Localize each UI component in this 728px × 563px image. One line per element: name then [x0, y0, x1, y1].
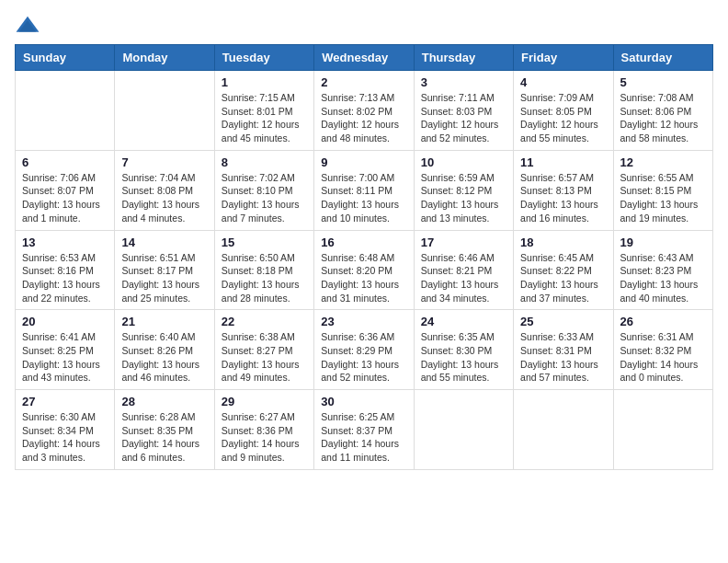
calendar-cell: 30Sunrise: 6:25 AMSunset: 8:37 PMDayligh…	[314, 390, 414, 470]
day-number: 23	[321, 315, 406, 328]
day-number: 27	[22, 395, 108, 408]
column-header-friday: Friday	[514, 45, 613, 71]
day-info: Sunrise: 7:04 AMSunset: 8:08 PMDaylight:…	[121, 171, 207, 225]
day-info: Sunrise: 7:13 AMSunset: 8:02 PMDaylight:…	[321, 91, 406, 145]
day-number: 14	[121, 236, 207, 249]
column-header-tuesday: Tuesday	[214, 45, 313, 71]
day-number: 1	[222, 75, 307, 89]
day-info: Sunrise: 7:02 AMSunset: 8:10 PMDaylight:…	[222, 171, 307, 225]
calendar-week-row: 13Sunrise: 6:53 AMSunset: 8:16 PMDayligh…	[16, 230, 713, 310]
calendar-cell: 29Sunrise: 6:27 AMSunset: 8:36 PMDayligh…	[214, 390, 313, 470]
day-info: Sunrise: 6:45 AMSunset: 8:22 PMDaylight:…	[520, 251, 606, 305]
calendar-cell: 1Sunrise: 7:15 AMSunset: 8:01 PMDaylight…	[214, 71, 313, 151]
day-info: Sunrise: 7:06 AMSunset: 8:07 PMDaylight:…	[22, 171, 108, 225]
day-number: 10	[421, 155, 506, 169]
column-header-monday: Monday	[115, 45, 214, 71]
day-info: Sunrise: 6:38 AMSunset: 8:27 PMDaylight:…	[222, 330, 307, 385]
day-number: 9	[321, 155, 406, 169]
day-number: 7	[121, 155, 207, 169]
day-info: Sunrise: 6:48 AMSunset: 8:20 PMDaylight:…	[321, 251, 406, 305]
day-info: Sunrise: 6:46 AMSunset: 8:21 PMDaylight:…	[421, 251, 506, 305]
calendar-cell: 12Sunrise: 6:55 AMSunset: 8:15 PMDayligh…	[613, 150, 712, 230]
calendar-cell	[115, 71, 214, 151]
calendar-cell: 2Sunrise: 7:13 AMSunset: 8:02 PMDaylight…	[314, 71, 414, 151]
day-number: 4	[520, 75, 606, 89]
day-number: 30	[321, 395, 406, 408]
calendar-week-row: 27Sunrise: 6:30 AMSunset: 8:34 PMDayligh…	[16, 390, 713, 470]
calendar-cell: 8Sunrise: 7:02 AMSunset: 8:10 PMDaylight…	[214, 150, 313, 230]
day-number: 6	[22, 155, 108, 169]
day-info: Sunrise: 6:25 AMSunset: 8:37 PMDaylight:…	[321, 410, 406, 465]
day-info: Sunrise: 6:36 AMSunset: 8:29 PMDaylight:…	[321, 330, 406, 385]
calendar-cell: 11Sunrise: 6:57 AMSunset: 8:13 PMDayligh…	[514, 150, 613, 230]
day-info: Sunrise: 6:31 AMSunset: 8:32 PMDaylight:…	[620, 330, 706, 385]
calendar-cell: 23Sunrise: 6:36 AMSunset: 8:29 PMDayligh…	[314, 310, 414, 390]
day-info: Sunrise: 7:09 AMSunset: 8:05 PMDaylight:…	[520, 91, 606, 145]
calendar-table: SundayMondayTuesdayWednesdayThursdayFrid…	[15, 44, 713, 470]
day-number: 12	[620, 155, 706, 169]
calendar-cell: 17Sunrise: 6:46 AMSunset: 8:21 PMDayligh…	[414, 230, 513, 310]
column-header-thursday: Thursday	[414, 45, 513, 71]
day-number: 29	[222, 395, 307, 408]
calendar-cell	[16, 71, 115, 151]
calendar-cell: 13Sunrise: 6:53 AMSunset: 8:16 PMDayligh…	[16, 230, 115, 310]
day-info: Sunrise: 6:57 AMSunset: 8:13 PMDaylight:…	[520, 171, 606, 225]
day-number: 8	[222, 155, 307, 169]
calendar-cell: 16Sunrise: 6:48 AMSunset: 8:20 PMDayligh…	[314, 230, 414, 310]
day-number: 25	[520, 315, 606, 328]
column-header-wednesday: Wednesday	[314, 45, 414, 71]
day-info: Sunrise: 7:00 AMSunset: 8:11 PMDaylight:…	[321, 171, 406, 225]
day-info: Sunrise: 6:33 AMSunset: 8:31 PMDaylight:…	[520, 330, 606, 385]
calendar-cell: 26Sunrise: 6:31 AMSunset: 8:32 PMDayligh…	[613, 310, 712, 390]
calendar-cell: 14Sunrise: 6:51 AMSunset: 8:17 PMDayligh…	[115, 230, 214, 310]
calendar-cell	[514, 390, 613, 470]
day-info: Sunrise: 7:15 AMSunset: 8:01 PMDaylight:…	[222, 91, 307, 145]
calendar-cell: 18Sunrise: 6:45 AMSunset: 8:22 PMDayligh…	[514, 230, 613, 310]
day-info: Sunrise: 6:50 AMSunset: 8:18 PMDaylight:…	[222, 251, 307, 305]
day-info: Sunrise: 6:28 AMSunset: 8:35 PMDaylight:…	[121, 410, 207, 465]
calendar-cell: 3Sunrise: 7:11 AMSunset: 8:03 PMDaylight…	[414, 71, 513, 151]
day-number: 21	[121, 315, 207, 328]
calendar-cell	[613, 390, 712, 470]
calendar-cell: 10Sunrise: 6:59 AMSunset: 8:12 PMDayligh…	[414, 150, 513, 230]
calendar-cell: 6Sunrise: 7:06 AMSunset: 8:07 PMDaylight…	[16, 150, 115, 230]
column-header-saturday: Saturday	[613, 45, 712, 71]
day-info: Sunrise: 6:55 AMSunset: 8:15 PMDaylight:…	[620, 171, 706, 225]
calendar-week-row: 1Sunrise: 7:15 AMSunset: 8:01 PMDaylight…	[16, 71, 713, 151]
calendar-cell: 20Sunrise: 6:41 AMSunset: 8:25 PMDayligh…	[16, 310, 115, 390]
day-number: 20	[22, 315, 108, 328]
day-number: 3	[421, 75, 506, 89]
day-number: 22	[222, 315, 307, 328]
day-number: 2	[321, 75, 406, 89]
day-number: 11	[520, 155, 606, 169]
calendar-week-row: 20Sunrise: 6:41 AMSunset: 8:25 PMDayligh…	[16, 310, 713, 390]
calendar-cell: 22Sunrise: 6:38 AMSunset: 8:27 PMDayligh…	[214, 310, 313, 390]
calendar-cell	[414, 390, 513, 470]
day-number: 19	[620, 236, 706, 249]
calendar-cell: 4Sunrise: 7:09 AMSunset: 8:05 PMDaylight…	[514, 71, 613, 151]
day-info: Sunrise: 6:53 AMSunset: 8:16 PMDaylight:…	[22, 251, 108, 305]
calendar-cell: 28Sunrise: 6:28 AMSunset: 8:35 PMDayligh…	[115, 390, 214, 470]
day-info: Sunrise: 7:08 AMSunset: 8:06 PMDaylight:…	[620, 91, 706, 145]
day-info: Sunrise: 6:40 AMSunset: 8:26 PMDaylight:…	[121, 330, 207, 385]
calendar-cell: 24Sunrise: 6:35 AMSunset: 8:30 PMDayligh…	[414, 310, 513, 390]
day-info: Sunrise: 6:43 AMSunset: 8:23 PMDaylight:…	[620, 251, 706, 305]
day-number: 13	[22, 236, 108, 249]
calendar-cell: 5Sunrise: 7:08 AMSunset: 8:06 PMDaylight…	[613, 71, 712, 151]
day-number: 17	[421, 236, 506, 249]
calendar-cell: 21Sunrise: 6:40 AMSunset: 8:26 PMDayligh…	[115, 310, 214, 390]
calendar-cell: 19Sunrise: 6:43 AMSunset: 8:23 PMDayligh…	[613, 230, 712, 310]
calendar-week-row: 6Sunrise: 7:06 AMSunset: 8:07 PMDaylight…	[16, 150, 713, 230]
calendar-cell: 9Sunrise: 7:00 AMSunset: 8:11 PMDaylight…	[314, 150, 414, 230]
calendar-cell: 27Sunrise: 6:30 AMSunset: 8:34 PMDayligh…	[16, 390, 115, 470]
day-number: 5	[620, 75, 706, 89]
page-header	[15, 15, 713, 35]
day-number: 15	[222, 236, 307, 249]
column-header-sunday: Sunday	[16, 45, 115, 71]
day-info: Sunrise: 6:51 AMSunset: 8:17 PMDaylight:…	[121, 251, 207, 305]
day-number: 18	[520, 236, 606, 249]
day-info: Sunrise: 6:41 AMSunset: 8:25 PMDaylight:…	[22, 330, 108, 385]
day-number: 28	[121, 395, 207, 408]
calendar-header-row: SundayMondayTuesdayWednesdayThursdayFrid…	[16, 45, 713, 71]
day-info: Sunrise: 6:35 AMSunset: 8:30 PMDaylight:…	[421, 330, 506, 385]
